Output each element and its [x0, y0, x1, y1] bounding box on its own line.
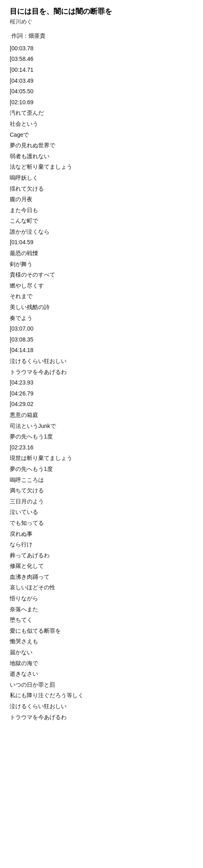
lyrics-line: 修羅と化して: [10, 561, 193, 572]
lyrics-line: こんな町で: [10, 215, 193, 226]
lyrics-line: 哀しいほどその性: [10, 582, 193, 593]
lyrics-line: 泣いている: [10, 507, 193, 518]
lyrics-line: 剣が舞う: [10, 259, 193, 270]
lyrics-line: 燃やし尽くす: [10, 280, 193, 291]
lyrics-line: トラウマを今あげるわ: [10, 712, 193, 723]
lyrics-line: それまで: [10, 291, 193, 302]
lyrics-line: 奏でよう: [10, 313, 193, 324]
lyrics-line: Cageで: [10, 129, 193, 140]
lyrics-line: 司法というJunkで: [10, 421, 193, 432]
lyrics-line: 弱者も護れない: [10, 151, 193, 162]
lyrics-line: 揺れて欠ける: [10, 183, 193, 194]
lyrics-line: [02:10.69: [10, 97, 193, 108]
lyrics-line: トラウマを今あげるわ: [10, 367, 193, 378]
lyrics-line: 愛にも似てる断罪を: [10, 625, 193, 636]
lyrics-line: 悪意の箱庭: [10, 410, 193, 421]
lyrics-line: 地獄の海で: [10, 658, 193, 669]
lyrics-line: [01:04.59: [10, 237, 193, 248]
lyrics-line: 朧の月夜: [10, 194, 193, 205]
lyrics-line: [04:05.50: [10, 86, 193, 97]
lyrics-line: いつの日か罪と罰: [10, 679, 193, 690]
lyrics-line: 堕ちてく: [10, 614, 193, 625]
lyrics-line: 戻れぬ事: [10, 529, 193, 539]
lyrics-line: 満ちて欠ける: [10, 485, 193, 496]
lyrics-line: 逝きなさい: [10, 668, 193, 679]
lyrics-line: 嗚呼こころは: [10, 475, 193, 486]
lyrics-line: [04:29.02: [10, 399, 193, 410]
lyrics-line: [04:14.18: [10, 345, 193, 356]
lyrics-line: [03:58.46: [10, 54, 193, 64]
lyrics-line: [03:08.35: [10, 334, 193, 345]
lyrics-line: [04:26.79: [10, 388, 193, 399]
lyrics-line: [00:14.71: [10, 64, 193, 75]
lyrics-line: 法など斬り棄てましょう: [10, 161, 193, 172]
lyrics-line: 誰かが泣くなら: [10, 226, 193, 237]
lyrics-line: 泣けるくらい狂おしい: [10, 701, 193, 712]
lyrics-line: 葬ってあげるわ: [10, 550, 193, 561]
lyrics-line: 血沸き肉踊って: [10, 572, 193, 582]
lyrics-line: でも知ってる: [10, 518, 193, 529]
lyrics-line: なら行け: [10, 539, 193, 550]
credit-line: 作詞：畑亜貴: [10, 30, 193, 41]
artist-name: 桜川めぐ: [10, 18, 193, 26]
lyrics-line: [00:03.78: [10, 43, 193, 54]
lyrics-line: また今日も: [10, 205, 193, 216]
lyrics-line: 最恐の戦慄: [10, 248, 193, 259]
lyrics-line: [03:07.00: [10, 323, 193, 334]
lyrics-line: 現世は斬り棄てましょう: [10, 453, 193, 464]
lyrics-line: [04:03.49: [10, 75, 193, 86]
lyrics-line: 嗚呼妖しく: [10, 172, 193, 183]
lyrics-line: 夢の見れぬ世界で: [10, 140, 193, 151]
lyrics-line: 夢の先へもう1度: [10, 464, 193, 475]
lyrics-line: 届かない: [10, 647, 193, 658]
lyrics-line: [04:23.93: [10, 377, 193, 388]
lyrics-line: [02:23.16: [10, 442, 193, 453]
lyrics-line: 泣けるくらい狂おしい: [10, 356, 193, 367]
lyrics-line: 私にも降り注ぐだろう等しく: [10, 690, 193, 701]
lyrics-line: 美しい残酷の詩: [10, 302, 193, 313]
lyrics-line: 汚れて歪んだ: [10, 107, 193, 118]
lyrics-line: 三日月のよう: [10, 496, 193, 507]
lyrics-line: 悟りながら: [10, 593, 193, 604]
lyrics-container: [00:03.78[03:58.46[00:14.71[04:03.49[04:…: [10, 43, 193, 722]
page-title: 目には目を、闇には闇の断罪を: [10, 6, 193, 17]
lyrics-line: 社会という: [10, 118, 193, 129]
lyrics-line: 奈落へまた: [10, 604, 193, 615]
lyrics-line: 慟哭さえも: [10, 636, 193, 647]
lyrics-line: 貴様のそのすべて: [10, 269, 193, 280]
lyrics-line: 夢の先へもう1度: [10, 431, 193, 442]
